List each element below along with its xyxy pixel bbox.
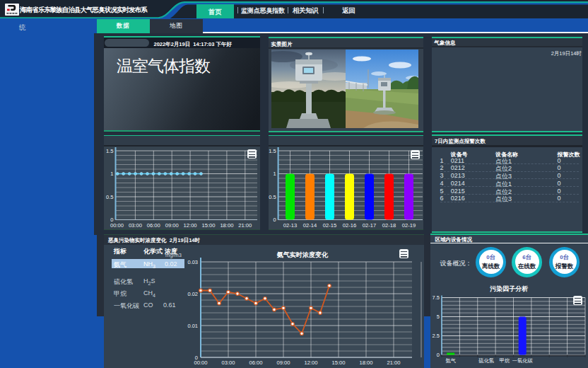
svg-text:0.03: 0.03 (187, 259, 198, 265)
svg-text:02-15: 02-15 (323, 222, 336, 229)
svg-text:18:00: 18:00 (359, 360, 372, 366)
svg-text:00:00: 00:00 (110, 222, 124, 229)
svg-text:1.5: 1.5 (106, 148, 113, 154)
svg-text:0.5: 0.5 (106, 194, 113, 200)
svg-text:02-14: 02-14 (303, 222, 317, 229)
svg-text:12:00: 12:00 (184, 222, 197, 229)
svg-text:1.5: 1.5 (269, 148, 276, 154)
svg-text:15:00: 15:00 (201, 222, 215, 229)
svg-text:02-19: 02-19 (402, 222, 416, 229)
svg-text:00:00: 00:00 (194, 360, 207, 366)
svg-text:7.5: 7.5 (433, 294, 440, 301)
svg-text:15:00: 15:00 (331, 360, 345, 366)
svg-text:18:00: 18:00 (220, 222, 233, 229)
svg-text:06:00: 06:00 (249, 360, 262, 366)
svg-text:21:00: 21:00 (238, 222, 252, 229)
svg-text:12:00: 12:00 (304, 360, 317, 366)
svg-text:5: 5 (437, 314, 440, 320)
svg-text:甲烷: 甲烷 (500, 357, 510, 364)
svg-text:09:00: 09:00 (276, 360, 290, 366)
svg-text:02-13: 02-13 (283, 222, 297, 229)
svg-text:21:00: 21:00 (387, 360, 400, 366)
svg-text:2.5: 2.5 (433, 333, 440, 339)
svg-text:0.01: 0.01 (187, 323, 198, 329)
svg-text:1: 1 (110, 171, 113, 177)
svg-text:1: 1 (273, 171, 276, 177)
svg-text:0: 0 (273, 217, 276, 223)
svg-text:03:00: 03:00 (221, 360, 235, 366)
svg-text:02-17: 02-17 (363, 222, 376, 229)
svg-text:0.02: 0.02 (187, 291, 198, 297)
svg-text:硫化氢: 硫化氢 (478, 357, 495, 364)
svg-text:02-16: 02-16 (343, 222, 356, 229)
svg-text:02-18: 02-18 (382, 222, 396, 229)
svg-text:一氧化碳: 一氧化碳 (512, 357, 534, 364)
svg-text:氨气: 氨气 (446, 357, 456, 364)
svg-text:09:00: 09:00 (165, 222, 179, 229)
svg-text:0.5: 0.5 (269, 194, 276, 200)
svg-text:0: 0 (437, 352, 440, 358)
svg-text:03:00: 03:00 (129, 222, 142, 229)
svg-text:06:00: 06:00 (147, 222, 160, 229)
